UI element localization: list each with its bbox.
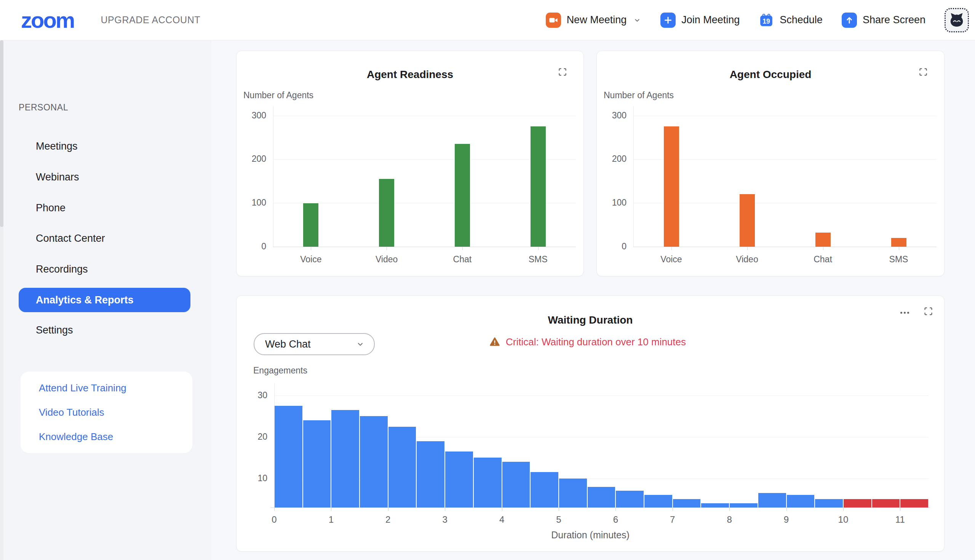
sidebar-section-label: PERSONAL	[19, 102, 68, 113]
x-tick-video	[387, 247, 387, 250]
x-label-9: 9	[771, 514, 802, 525]
x-label-2: 2	[373, 514, 403, 525]
bar-voice[interactable]	[303, 203, 319, 247]
avatar[interactable]	[945, 8, 969, 32]
x-tick-chat	[823, 247, 823, 250]
sidebar-item-contact-center[interactable]: Contact Center	[36, 231, 105, 246]
gridline-300	[273, 116, 576, 116]
help-link-knowledge-base[interactable]: Knowledge Base	[39, 431, 192, 442]
schedule-button[interactable]: 19 Schedule	[759, 13, 823, 28]
hist-bar-6.5min[interactable]	[644, 495, 672, 507]
y-tick-0: 0	[240, 242, 266, 252]
histogram-chart: 10203001234567891011	[237, 296, 944, 551]
x-tick-voice	[671, 247, 672, 250]
hist-bar-7min[interactable]	[673, 499, 701, 507]
hist-bar-8min[interactable]	[730, 503, 758, 507]
sidebar: PERSONAL MeetingsWebinarsPhoneContact Ce…	[0, 40, 211, 560]
hist-bar-1min[interactable]	[331, 410, 359, 507]
hist-bar-8.5min[interactable]	[758, 493, 786, 507]
x-tick-9	[786, 508, 787, 511]
chevron-down-icon[interactable]	[633, 16, 641, 24]
x-label-10: 10	[828, 514, 858, 525]
hist-bar-10.5min[interactable]	[872, 499, 900, 507]
sidebar-item-meetings[interactable]: Meetings	[36, 138, 78, 154]
zoom-logo[interactable]: zoom	[21, 9, 74, 31]
x-tick-7	[673, 508, 673, 511]
x-tick-1	[331, 508, 331, 511]
x-tick-sms	[899, 247, 899, 250]
hist-bar-6min[interactable]	[616, 491, 644, 507]
hist-bar-2min[interactable]	[389, 427, 416, 507]
new-meeting-label: New Meeting	[567, 14, 627, 26]
hist-bar-11min[interactable]	[900, 499, 928, 507]
bar-chart: 0100200300VoiceVideoChatSMS	[597, 51, 944, 276]
y-tick-300: 300	[240, 110, 266, 121]
bar-sms[interactable]	[531, 127, 546, 247]
sidebar-item-phone[interactable]: Phone	[36, 200, 65, 215]
hist-bar-0min[interactable]	[275, 406, 302, 507]
y-tick-200: 200	[240, 154, 266, 164]
calendar-icon: 19	[759, 13, 774, 28]
join-meeting-label: Join Meeting	[681, 14, 740, 26]
x-tick-4	[502, 508, 503, 511]
scrollbar-thumb[interactable]	[0, 40, 3, 227]
help-link-video-tutorials[interactable]: Video Tutorials	[39, 407, 192, 418]
y-axis-line	[273, 106, 274, 247]
hist-bar-9min[interactable]	[787, 495, 815, 507]
x-label-voice: Voice	[288, 254, 334, 265]
x-label-voice: Voice	[649, 254, 694, 265]
x-tick-chat	[462, 247, 463, 250]
x-axis-line	[633, 247, 937, 247]
sidebar-item-settings[interactable]: Settings	[36, 322, 73, 338]
sidebar-item-recordings[interactable]: Recordings	[36, 262, 88, 277]
bar-voice[interactable]	[664, 127, 679, 247]
svg-text:19: 19	[763, 17, 770, 25]
video-camera-icon	[546, 13, 561, 28]
hist-bar-9.5min[interactable]	[815, 499, 843, 507]
bar-sms[interactable]	[891, 238, 907, 247]
x-label-sms: SMS	[876, 254, 922, 265]
bar-chat[interactable]	[455, 144, 470, 247]
upgrade-account-link[interactable]: UPGRADE ACCOUNT	[100, 15, 200, 25]
x-label-8: 8	[714, 514, 745, 525]
new-meeting-button[interactable]: New Meeting	[546, 13, 642, 28]
sidebar-item-analytics-reports[interactable]: Analytics & Reports	[19, 288, 190, 312]
x-tick-11	[900, 508, 900, 511]
bar-video[interactable]	[379, 179, 394, 247]
scrollbar-track[interactable]	[0, 40, 3, 560]
hist-bar-7.5min[interactable]	[701, 503, 729, 507]
hist-bar-10min[interactable]	[844, 499, 871, 507]
bar-video[interactable]	[740, 194, 755, 247]
join-meeting-button[interactable]: Join Meeting	[660, 13, 740, 28]
x-label-4: 4	[487, 514, 517, 525]
waiting-duration-card: Waiting Duration Web Chat Critical: Wait…	[236, 295, 945, 552]
hist-bar-4.5min[interactable]	[531, 472, 558, 507]
y-tick-100: 100	[600, 198, 626, 208]
hist-bar-3min[interactable]	[445, 452, 473, 507]
x-label-chat: Chat	[439, 254, 485, 265]
hist-bar-5min[interactable]	[559, 478, 587, 507]
y-tick-200: 200	[600, 154, 626, 164]
hist-bar-0.5min[interactable]	[303, 420, 331, 507]
hist-bar-4min[interactable]	[503, 462, 530, 507]
help-links-card: Attend Live TrainingVideo TutorialsKnowl…	[20, 372, 192, 453]
plus-icon	[660, 13, 676, 28]
hist-bar-3.5min[interactable]	[474, 458, 502, 507]
x-label-7: 7	[657, 514, 688, 525]
y-tick-0: 0	[600, 242, 626, 252]
share-screen-button[interactable]: Share Screen	[842, 13, 925, 28]
help-link-attend-live-training[interactable]: Attend Live Training	[39, 382, 192, 393]
top-bar: zoom UPGRADE ACCOUNT New Meeting Join Me…	[0, 0, 975, 40]
x-tick-10	[843, 508, 844, 511]
x-label-sms: SMS	[515, 254, 561, 265]
hist-bar-1.5min[interactable]	[360, 416, 388, 507]
agent-readiness-card: Agent Readiness Number of Agents 0100200…	[236, 51, 584, 277]
sidebar-item-webinars[interactable]: Webinars	[36, 169, 79, 185]
hist-bar-2.5min[interactable]	[417, 441, 444, 507]
topbar-actions: New Meeting Join Meeting 19 Schedule	[546, 8, 969, 32]
hist-bar-5.5min[interactable]	[588, 487, 616, 507]
x-label-0: 0	[259, 514, 289, 525]
x-axis-caption: Duration (minutes)	[237, 530, 944, 541]
bar-chat[interactable]	[815, 233, 831, 247]
x-label-6: 6	[600, 514, 631, 525]
